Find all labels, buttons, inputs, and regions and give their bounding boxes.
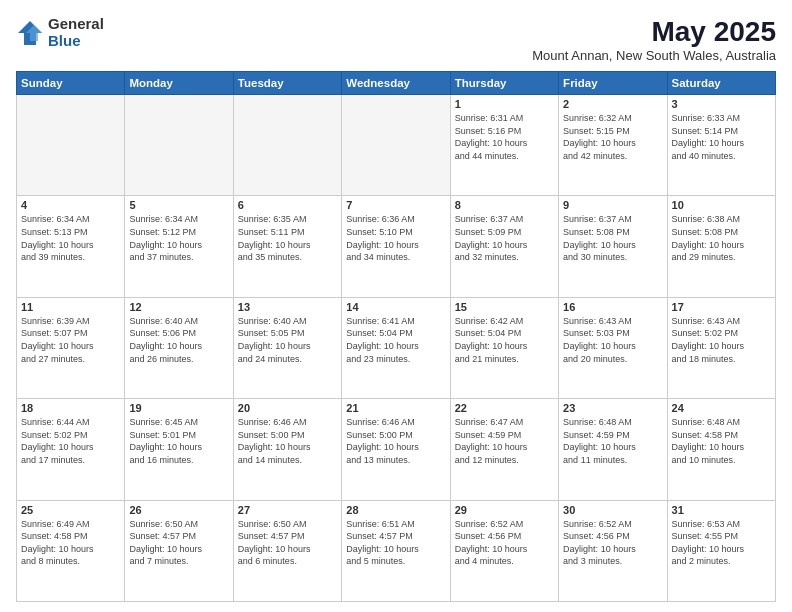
day-info: Sunrise: 6:40 AM Sunset: 5:05 PM Dayligh… <box>238 315 337 365</box>
day-number: 2 <box>563 98 662 110</box>
day-number: 24 <box>672 402 771 414</box>
col-thursday: Thursday <box>450 72 558 95</box>
table-row: 12Sunrise: 6:40 AM Sunset: 5:06 PM Dayli… <box>125 297 233 398</box>
day-number: 20 <box>238 402 337 414</box>
day-info: Sunrise: 6:40 AM Sunset: 5:06 PM Dayligh… <box>129 315 228 365</box>
day-info: Sunrise: 6:49 AM Sunset: 4:58 PM Dayligh… <box>21 518 120 568</box>
calendar-row-0: 1Sunrise: 6:31 AM Sunset: 5:16 PM Daylig… <box>17 95 776 196</box>
day-number: 27 <box>238 504 337 516</box>
day-info: Sunrise: 6:41 AM Sunset: 5:04 PM Dayligh… <box>346 315 445 365</box>
col-sunday: Sunday <box>17 72 125 95</box>
day-info: Sunrise: 6:43 AM Sunset: 5:03 PM Dayligh… <box>563 315 662 365</box>
day-number: 16 <box>563 301 662 313</box>
table-row: 31Sunrise: 6:53 AM Sunset: 4:55 PM Dayli… <box>667 500 775 601</box>
table-row: 28Sunrise: 6:51 AM Sunset: 4:57 PM Dayli… <box>342 500 450 601</box>
logo-text: General Blue <box>48 16 104 49</box>
day-info: Sunrise: 6:52 AM Sunset: 4:56 PM Dayligh… <box>563 518 662 568</box>
day-number: 25 <box>21 504 120 516</box>
header: General Blue May 2025 Mount Annan, New S… <box>16 16 776 63</box>
calendar-table: Sunday Monday Tuesday Wednesday Thursday… <box>16 71 776 602</box>
day-number: 23 <box>563 402 662 414</box>
table-row: 8Sunrise: 6:37 AM Sunset: 5:09 PM Daylig… <box>450 196 558 297</box>
day-info: Sunrise: 6:37 AM Sunset: 5:08 PM Dayligh… <box>563 213 662 263</box>
day-info: Sunrise: 6:33 AM Sunset: 5:14 PM Dayligh… <box>672 112 771 162</box>
col-saturday: Saturday <box>667 72 775 95</box>
table-row: 21Sunrise: 6:46 AM Sunset: 5:00 PM Dayli… <box>342 399 450 500</box>
day-number: 6 <box>238 199 337 211</box>
day-info: Sunrise: 6:52 AM Sunset: 4:56 PM Dayligh… <box>455 518 554 568</box>
day-info: Sunrise: 6:37 AM Sunset: 5:09 PM Dayligh… <box>455 213 554 263</box>
day-info: Sunrise: 6:46 AM Sunset: 5:00 PM Dayligh… <box>238 416 337 466</box>
day-info: Sunrise: 6:46 AM Sunset: 5:00 PM Dayligh… <box>346 416 445 466</box>
table-row: 25Sunrise: 6:49 AM Sunset: 4:58 PM Dayli… <box>17 500 125 601</box>
day-number: 15 <box>455 301 554 313</box>
day-info: Sunrise: 6:31 AM Sunset: 5:16 PM Dayligh… <box>455 112 554 162</box>
table-row: 11Sunrise: 6:39 AM Sunset: 5:07 PM Dayli… <box>17 297 125 398</box>
table-row: 1Sunrise: 6:31 AM Sunset: 5:16 PM Daylig… <box>450 95 558 196</box>
table-row: 3Sunrise: 6:33 AM Sunset: 5:14 PM Daylig… <box>667 95 775 196</box>
day-number: 14 <box>346 301 445 313</box>
day-number: 17 <box>672 301 771 313</box>
table-row: 10Sunrise: 6:38 AM Sunset: 5:08 PM Dayli… <box>667 196 775 297</box>
day-number: 9 <box>563 199 662 211</box>
table-row: 24Sunrise: 6:48 AM Sunset: 4:58 PM Dayli… <box>667 399 775 500</box>
day-number: 11 <box>21 301 120 313</box>
calendar-row-1: 4Sunrise: 6:34 AM Sunset: 5:13 PM Daylig… <box>17 196 776 297</box>
table-row <box>342 95 450 196</box>
logo: General Blue <box>16 16 104 49</box>
subtitle: Mount Annan, New South Wales, Australia <box>532 48 776 63</box>
day-info: Sunrise: 6:34 AM Sunset: 5:13 PM Dayligh… <box>21 213 120 263</box>
day-info: Sunrise: 6:34 AM Sunset: 5:12 PM Dayligh… <box>129 213 228 263</box>
day-number: 28 <box>346 504 445 516</box>
table-row: 20Sunrise: 6:46 AM Sunset: 5:00 PM Dayli… <box>233 399 341 500</box>
table-row: 17Sunrise: 6:43 AM Sunset: 5:02 PM Dayli… <box>667 297 775 398</box>
day-info: Sunrise: 6:48 AM Sunset: 4:58 PM Dayligh… <box>672 416 771 466</box>
calendar-row-3: 18Sunrise: 6:44 AM Sunset: 5:02 PM Dayli… <box>17 399 776 500</box>
day-info: Sunrise: 6:32 AM Sunset: 5:15 PM Dayligh… <box>563 112 662 162</box>
table-row: 29Sunrise: 6:52 AM Sunset: 4:56 PM Dayli… <box>450 500 558 601</box>
table-row: 5Sunrise: 6:34 AM Sunset: 5:12 PM Daylig… <box>125 196 233 297</box>
table-row: 23Sunrise: 6:48 AM Sunset: 4:59 PM Dayli… <box>559 399 667 500</box>
table-row: 4Sunrise: 6:34 AM Sunset: 5:13 PM Daylig… <box>17 196 125 297</box>
table-row: 6Sunrise: 6:35 AM Sunset: 5:11 PM Daylig… <box>233 196 341 297</box>
day-number: 13 <box>238 301 337 313</box>
table-row: 22Sunrise: 6:47 AM Sunset: 4:59 PM Dayli… <box>450 399 558 500</box>
title-block: May 2025 Mount Annan, New South Wales, A… <box>532 16 776 63</box>
table-row: 19Sunrise: 6:45 AM Sunset: 5:01 PM Dayli… <box>125 399 233 500</box>
day-info: Sunrise: 6:48 AM Sunset: 4:59 PM Dayligh… <box>563 416 662 466</box>
day-number: 21 <box>346 402 445 414</box>
day-number: 30 <box>563 504 662 516</box>
day-info: Sunrise: 6:47 AM Sunset: 4:59 PM Dayligh… <box>455 416 554 466</box>
day-info: Sunrise: 6:45 AM Sunset: 5:01 PM Dayligh… <box>129 416 228 466</box>
day-number: 19 <box>129 402 228 414</box>
calendar-row-2: 11Sunrise: 6:39 AM Sunset: 5:07 PM Dayli… <box>17 297 776 398</box>
day-number: 22 <box>455 402 554 414</box>
logo-general-text: General <box>48 16 104 33</box>
day-number: 1 <box>455 98 554 110</box>
day-info: Sunrise: 6:43 AM Sunset: 5:02 PM Dayligh… <box>672 315 771 365</box>
table-row: 14Sunrise: 6:41 AM Sunset: 5:04 PM Dayli… <box>342 297 450 398</box>
day-info: Sunrise: 6:36 AM Sunset: 5:10 PM Dayligh… <box>346 213 445 263</box>
day-number: 18 <box>21 402 120 414</box>
day-number: 12 <box>129 301 228 313</box>
day-info: Sunrise: 6:50 AM Sunset: 4:57 PM Dayligh… <box>129 518 228 568</box>
col-friday: Friday <box>559 72 667 95</box>
day-number: 4 <box>21 199 120 211</box>
calendar-header-row: Sunday Monday Tuesday Wednesday Thursday… <box>17 72 776 95</box>
day-number: 8 <box>455 199 554 211</box>
day-number: 26 <box>129 504 228 516</box>
day-number: 5 <box>129 199 228 211</box>
logo-icon <box>16 19 44 47</box>
table-row <box>125 95 233 196</box>
day-info: Sunrise: 6:39 AM Sunset: 5:07 PM Dayligh… <box>21 315 120 365</box>
table-row: 2Sunrise: 6:32 AM Sunset: 5:15 PM Daylig… <box>559 95 667 196</box>
day-info: Sunrise: 6:38 AM Sunset: 5:08 PM Dayligh… <box>672 213 771 263</box>
main-title: May 2025 <box>532 16 776 48</box>
logo-blue-text: Blue <box>48 33 104 50</box>
table-row: 26Sunrise: 6:50 AM Sunset: 4:57 PM Dayli… <box>125 500 233 601</box>
table-row: 27Sunrise: 6:50 AM Sunset: 4:57 PM Dayli… <box>233 500 341 601</box>
day-info: Sunrise: 6:53 AM Sunset: 4:55 PM Dayligh… <box>672 518 771 568</box>
col-wednesday: Wednesday <box>342 72 450 95</box>
day-number: 7 <box>346 199 445 211</box>
table-row <box>17 95 125 196</box>
